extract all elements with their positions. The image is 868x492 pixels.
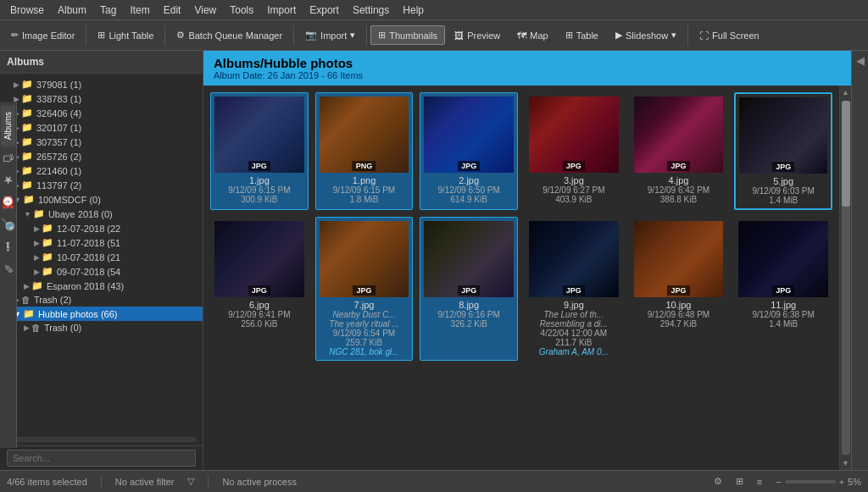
- thumbnail-11jpg[interactable]: JPG 11.jpg 9/12/09 6:38 PM 1.4 MiB: [734, 217, 832, 361]
- map-label: Map: [530, 30, 548, 41]
- thumbnail-9jpg[interactable]: JPG 9.jpg The Lure of th... Resembling a…: [525, 217, 623, 361]
- thumbnail-5jpg[interactable]: JPG 5.jpg 9/12/09 6:03 PM 1.4 MiB: [734, 92, 832, 210]
- tree-item-265726[interactable]: ▶ 📁 265726 (2): [0, 149, 203, 163]
- tree-item-11-07[interactable]: ▶ 📁 11-07-2018 (51: [0, 235, 203, 250]
- thumbnail-1jpg[interactable]: JPG 1.jpg 9/12/09 6:15 PM 300.9 KiB: [210, 92, 309, 210]
- thumbnail-10jpg[interactable]: JPG 10.jpg 9/12/09 6:48 PM 294.7 KiB: [630, 217, 728, 361]
- fullscreen-icon: ⛶: [699, 30, 709, 41]
- tree-item-hubble[interactable]: ▼ 📁 Hubble photos (66): [0, 307, 203, 321]
- albums-tab[interactable]: Albums: [1, 105, 15, 146]
- menu-export[interactable]: Export: [303, 3, 346, 18]
- tree-item-320107[interactable]: ▶ 📁 320107 (1): [0, 120, 203, 135]
- tree-item-307357[interactable]: ▶ 📁 307357 (1): [0, 135, 203, 149]
- menu-album[interactable]: Album: [51, 3, 93, 18]
- scroll-track[interactable]: [842, 101, 850, 455]
- thumb-date-2: 9/12/09 6:15 PM: [333, 185, 395, 195]
- thumb-name-7: 6.jpg: [249, 300, 270, 310]
- selection-count: 4/66 items selected: [7, 477, 87, 487]
- image-editor-button[interactable]: ✏ Image Editor: [3, 25, 82, 45]
- table-button[interactable]: ⊞ Table: [558, 25, 606, 45]
- menu-help[interactable]: Help: [396, 3, 431, 18]
- tag-icon[interactable]: 🏷: [3, 152, 14, 165]
- light-table-button[interactable]: ⊞ Light Table: [90, 25, 161, 45]
- scroll-down-arrow[interactable]: ▼: [840, 456, 851, 470]
- tree-item-100msdcf[interactable]: ▼ 📁 100MSDCF (0): [0, 192, 203, 207]
- scroll-thumb[interactable]: [842, 101, 850, 207]
- tree-item-hubble-trash[interactable]: ▶ 🗑 Trash (0): [0, 321, 203, 334]
- menu-edit[interactable]: Edit: [157, 3, 188, 18]
- thumb-format-1: JPG: [248, 161, 270, 171]
- queue-icon: ⚙: [176, 30, 185, 41]
- tree-item-338783[interactable]: ▶ 📁 338783 (1): [0, 91, 203, 106]
- info-icon[interactable]: ℹ: [6, 240, 10, 253]
- import-button[interactable]: 📷 Import ▾: [298, 25, 363, 45]
- menu-view[interactable]: View: [187, 3, 223, 18]
- search-input[interactable]: [7, 450, 196, 467]
- menu-import[interactable]: Import: [260, 3, 303, 18]
- expand-right-icon[interactable]: ◀: [856, 54, 865, 67]
- tree-item-379081[interactable]: ▶ 📁 379081 (1): [0, 77, 203, 91]
- clock-icon[interactable]: ⏰: [1, 196, 15, 209]
- tree-item-esparon[interactable]: ▶ 📁 Esparon 2018 (43): [0, 279, 203, 293]
- filter-status: No active filter: [115, 477, 175, 487]
- tree-item-12-07[interactable]: ▶ 📁 12-07-2018 (22: [0, 221, 203, 235]
- folder-icon: 📁: [42, 266, 53, 277]
- thumbnail-4jpg[interactable]: JPG 4.jpg 9/12/09 6:42 PM 388.8 KiB: [630, 92, 728, 210]
- thumbnail-7jpg[interactable]: JPG 7.jpg Nearby Dust C... The yearly ri…: [315, 217, 414, 361]
- menu-tag[interactable]: Tag: [93, 3, 123, 18]
- thumb-format-5: JPG: [667, 161, 689, 171]
- thumb-date-12: 9/12/09 6:38 PM: [752, 310, 814, 319]
- tree-item-10-07[interactable]: ▶ 📁 10-07-2018 (21: [0, 250, 203, 264]
- thumbnail-2jpg[interactable]: JPG 2.jpg 9/12/09 6:50 PM 614.9 KiB: [420, 92, 518, 210]
- table-icon: ⊞: [565, 30, 573, 41]
- menu-settings[interactable]: Settings: [346, 3, 396, 18]
- caption-icon[interactable]: ✎: [3, 262, 14, 275]
- sidebar-scrollbar[interactable]: [7, 437, 196, 442]
- thumb-size-3: 614.9 KiB: [450, 195, 487, 204]
- expand-arrow: ▼: [24, 210, 31, 218]
- thumb-size-11: 294.7 KiB: [660, 319, 697, 329]
- menu-tools[interactable]: Tools: [223, 3, 260, 18]
- thumbnail-6jpg[interactable]: JPG 6.jpg 9/12/09 6:41 PM 256.0 KiB: [210, 217, 309, 361]
- tree-item-113797[interactable]: ▶ 📁 113797 (2): [0, 178, 203, 192]
- expand-arrow: ▶: [24, 323, 30, 332]
- star-icon[interactable]: ★: [3, 174, 14, 187]
- scroll-up-arrow[interactable]: ▲: [840, 86, 851, 99]
- tree-item-ubaye[interactable]: ▼ 📁 Ubaye 2018 (0): [0, 207, 203, 221]
- preview-button[interactable]: 🖼 Preview: [447, 26, 508, 45]
- search-icon[interactable]: 🔍: [1, 218, 15, 231]
- left-panel-tabs: Albums 🏷 ★ ⏰ 🔍 ℹ ✎: [0, 102, 17, 448]
- thumbnail-1png[interactable]: PNG 1.png 9/12/09 6:15 PM 1.8 MiB: [315, 92, 414, 210]
- list-view-icon[interactable]: ≡: [757, 477, 762, 487]
- settings-icon[interactable]: ⚙: [714, 476, 722, 487]
- tree-item-09-07[interactable]: ▶ 📁 09-07-2018 (54: [0, 264, 203, 279]
- slideshow-button[interactable]: ▶ Slideshow ▾: [608, 25, 684, 45]
- map-button[interactable]: 🗺 Map: [509, 26, 555, 45]
- tree-item-trash[interactable]: ▶ 🗑 Trash (2): [0, 293, 203, 307]
- menu-browse[interactable]: Browse: [3, 3, 51, 18]
- thumbnail-3jpg[interactable]: JPG 3.jpg 9/12/09 6:27 PM 403.9 KiB: [525, 92, 623, 210]
- vertical-scrollbar[interactable]: ▲ ▼: [839, 86, 851, 470]
- zoom-slider[interactable]: [785, 480, 836, 484]
- menu-item[interactable]: Item: [123, 3, 156, 18]
- fullscreen-button[interactable]: ⛶ Full Screen: [692, 26, 767, 45]
- toolbar-separator-2: [164, 25, 165, 46]
- zoom-out-icon[interactable]: −: [776, 477, 781, 487]
- folder-icon: 📁: [21, 79, 33, 90]
- thumb-name-9: 8.jpg: [459, 300, 479, 310]
- grid-view-icon[interactable]: ⊞: [736, 476, 743, 487]
- tree-item-326406[interactable]: ▶ 📁 326406 (4): [0, 106, 203, 120]
- expand-arrow: ▶: [34, 253, 40, 262]
- status-sep-1: [101, 476, 102, 488]
- import-dropdown-icon: ▾: [350, 30, 355, 41]
- thumbnail-8jpg[interactable]: JPG 8.jpg 9/12/09 6:16 PM 326.2 KiB: [420, 217, 518, 361]
- thumbnails-container[interactable]: JPG 1.jpg 9/12/09 6:15 PM 300.9 KiB PNG …: [203, 86, 839, 470]
- tree-item-221460[interactable]: ▶ 📁 221460 (1): [0, 163, 203, 178]
- batch-queue-button[interactable]: ⚙ Batch Queue Manager: [169, 25, 290, 45]
- thumbnails-grid: JPG 1.jpg 9/12/09 6:15 PM 300.9 KiB PNG …: [210, 92, 832, 361]
- thumbnails-button[interactable]: ⊞ Thumbnails: [370, 25, 445, 45]
- content-area: Albums/Hubble photos Album Date: 26 Jan …: [203, 51, 851, 470]
- content-subtitle: Album Date: 26 Jan 2019 - 66 Items: [214, 70, 841, 80]
- albums-tree[interactable]: ▶ 📁 379081 (1) ▶ 📁 338783 (1) ▶ 📁 326406…: [0, 74, 203, 434]
- zoom-in-icon[interactable]: +: [839, 477, 844, 487]
